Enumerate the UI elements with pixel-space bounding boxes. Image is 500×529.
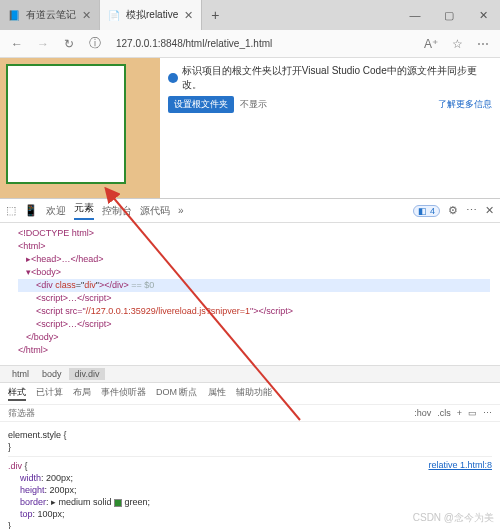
rule-element-style[interactable]: element.style { } xyxy=(8,426,492,457)
close-devtools-icon[interactable]: ✕ xyxy=(485,204,494,217)
devtools-tabs: ⬚ 📱 欢迎 元素 控制台 源代码 » ◧ 4 ⚙ ⋯ ✕ xyxy=(0,199,500,223)
close-icon[interactable]: ✕ xyxy=(82,9,91,22)
watermark: CSDN @念今为美 xyxy=(413,511,494,525)
color-swatch[interactable] xyxy=(114,499,122,507)
set-root-button[interactable]: 设置根文件夹 xyxy=(168,96,234,113)
styles-filter-input[interactable] xyxy=(8,408,68,418)
styles-tabs: 样式 已计算 布局 事件侦听器 DOM 断点 属性 辅助功能 xyxy=(0,383,500,405)
reader-icon[interactable]: A⁺ xyxy=(422,35,440,53)
device-icon[interactable]: 📱 xyxy=(24,204,38,217)
browser-titlebar: 📘 有道云笔记 ✕ 📄 模拟relative ✕ + — ▢ ✕ xyxy=(0,0,500,30)
tab-label: 有道云笔记 xyxy=(26,8,76,22)
maximize-button[interactable]: ▢ xyxy=(432,0,466,30)
tab-more[interactable]: » xyxy=(178,205,184,216)
tab-inactive[interactable]: 📘 有道云笔记 ✕ xyxy=(0,0,100,30)
tab-welcome[interactable]: 欢迎 xyxy=(46,204,66,218)
window-controls: — ▢ ✕ xyxy=(398,0,500,30)
tab-label: 模拟relative xyxy=(126,8,178,22)
address-bar: ← → ↻ ⓘ 127.0.0.1:8848/html/relative_1.h… xyxy=(0,30,500,58)
tab-sources[interactable]: 源代码 xyxy=(140,204,170,218)
cls-toggle[interactable]: .cls xyxy=(437,408,451,418)
close-icon[interactable]: ✕ xyxy=(184,9,193,22)
breadcrumb: html body div.div xyxy=(0,365,500,383)
gear-icon[interactable]: ⚙ xyxy=(448,204,458,217)
tab-elements[interactable]: 元素 xyxy=(74,201,94,220)
info-icon xyxy=(168,73,178,83)
kebab-icon[interactable]: ⋯ xyxy=(466,204,477,217)
vscode-notice: 标识项目的根文件夹以打开Visual Studio Code中的源文件并同步更改… xyxy=(160,58,500,198)
note-icon: 📘 xyxy=(8,9,20,21)
favorite-icon[interactable]: ☆ xyxy=(448,35,466,53)
tab-layout[interactable]: 布局 xyxy=(73,386,91,401)
elements-tree[interactable]: <!DOCTYPE html> <html> ▸<head>…</head> ▾… xyxy=(0,223,500,365)
tab-computed[interactable]: 已计算 xyxy=(36,386,63,401)
tab-a11y[interactable]: 辅助功能 xyxy=(236,386,272,401)
close-window-button[interactable]: ✕ xyxy=(466,0,500,30)
minimize-button[interactable]: — xyxy=(398,0,432,30)
styles-filter-row: :hov .cls + ▭ ⋯ xyxy=(0,405,500,422)
new-tab-button[interactable]: + xyxy=(202,0,228,30)
notice-text: 标识项目的根文件夹以打开Visual Studio Code中的源文件并同步更改… xyxy=(182,64,492,92)
site-info-icon[interactable]: ⓘ xyxy=(86,35,104,53)
more-icon[interactable]: ⋯ xyxy=(474,35,492,53)
new-rule-button[interactable]: + xyxy=(457,408,462,418)
source-link[interactable]: relative 1.html:8 xyxy=(428,459,492,471)
tab-console[interactable]: 控制台 xyxy=(102,204,132,218)
crumb-html[interactable]: html xyxy=(6,368,35,380)
crumb-div[interactable]: div.div xyxy=(69,368,106,380)
forward-button[interactable]: → xyxy=(34,35,52,53)
green-box xyxy=(6,64,126,184)
tab-dombp[interactable]: DOM 断点 xyxy=(156,386,198,401)
dismiss-text[interactable]: 不显示 xyxy=(240,98,267,111)
tab-styles[interactable]: 样式 xyxy=(8,386,26,401)
learn-more-link[interactable]: 了解更多信息 xyxy=(438,98,492,111)
more-icon[interactable]: ⋯ xyxy=(483,408,492,418)
back-button[interactable]: ← xyxy=(8,35,26,53)
tab-active[interactable]: 📄 模拟relative ✕ xyxy=(100,0,202,30)
page-icon: 📄 xyxy=(108,9,120,21)
tab-props[interactable]: 属性 xyxy=(208,386,226,401)
devtools: ⬚ 📱 欢迎 元素 控制台 源代码 » ◧ 4 ⚙ ⋯ ✕ <!DOCTYPE … xyxy=(0,198,500,529)
hov-toggle[interactable]: :hov xyxy=(414,408,431,418)
page-viewport: 标识项目的根文件夹以打开Visual Studio Code中的源文件并同步更改… xyxy=(0,58,500,198)
reload-button[interactable]: ↻ xyxy=(60,35,78,53)
inspect-icon[interactable]: ⬚ xyxy=(6,204,16,217)
rendered-page xyxy=(0,58,160,198)
url-field[interactable]: 127.0.0.1:8848/html/relative_1.html xyxy=(112,36,414,51)
box-icon[interactable]: ▭ xyxy=(468,408,477,418)
tab-listeners[interactable]: 事件侦听器 xyxy=(101,386,146,401)
issues-badge[interactable]: ◧ 4 xyxy=(413,205,440,217)
crumb-body[interactable]: body xyxy=(36,368,68,380)
